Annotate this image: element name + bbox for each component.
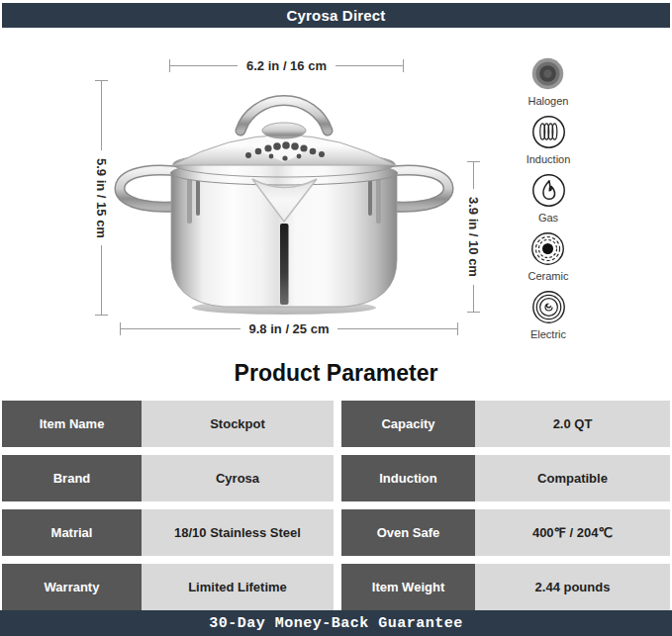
dimension-line — [101, 81, 102, 150]
dimension-line — [473, 285, 474, 312]
brand-banner: Cyrosa Direct — [2, 3, 670, 28]
param-value: Stockpot — [142, 401, 334, 447]
dimension-total-width: 9.8 in / 25 cm — [120, 318, 458, 340]
column-gap — [334, 401, 341, 447]
param-value: 2.0 QT — [475, 401, 670, 447]
param-label: Item Name — [2, 401, 142, 447]
param-label: Induction — [341, 455, 475, 501]
param-value: 400℉ / 204℃ — [475, 509, 670, 556]
dimension-label-bottom: 9.8 in / 25 cm — [240, 321, 338, 336]
param-label: Item Weight — [341, 564, 475, 610]
dimension-pot-depth: 3.9 in / 10 cm — [460, 161, 486, 313]
dimension-tick — [95, 315, 108, 316]
param-label: Oven Safe — [341, 509, 475, 556]
param-label: Brand — [2, 455, 142, 501]
electric-icon — [530, 289, 567, 325]
stove-item-gas: Gas — [530, 172, 567, 224]
dimension-line — [170, 65, 238, 66]
param-value: 2.44 pounds — [475, 564, 670, 610]
brand-title: Cyrosa Direct — [286, 7, 385, 24]
guarantee-text: 30-Day Money-Back Guarantee — [209, 615, 463, 632]
ceramic-icon — [529, 230, 566, 267]
dimension-total-height: 5.9 in / 15 cm — [88, 80, 114, 316]
stove-label: Induction — [527, 153, 571, 165]
param-value: Limited Lifetime — [142, 564, 334, 610]
product-parameter-table: Item Name Stockpot Capacity 2.0 QT Brand… — [2, 401, 670, 610]
stockpot-drawing — [107, 73, 473, 318]
dimension-label-left: 5.9 in / 15 cm — [94, 150, 109, 246]
dimension-tick — [457, 322, 458, 335]
param-label: Warranty — [2, 564, 142, 610]
stove-item-halogen: Halogen — [528, 55, 569, 107]
dimension-label-top: 6.2 in / 16 cm — [238, 58, 336, 73]
stove-compatibility-list: Halogen Induction Gas — [506, 55, 591, 340]
gas-icon — [530, 172, 567, 209]
column-gap — [334, 509, 341, 556]
dimension-tick — [403, 59, 404, 72]
param-label: Capacity — [341, 401, 475, 447]
stove-label: Electric — [530, 328, 566, 340]
stove-item-induction: Induction — [527, 114, 571, 165]
dimension-line — [336, 65, 403, 66]
stove-label: Ceramic — [528, 270, 569, 282]
halogen-icon — [529, 55, 566, 92]
dimension-tick — [467, 312, 480, 313]
stove-item-ceramic: Ceramic — [528, 230, 569, 282]
induction-icon — [530, 114, 567, 150]
column-gap — [334, 564, 341, 610]
stockpot-illustration — [107, 73, 473, 318]
product-infographic: Cyrosa Direct — [0, 0, 672, 636]
dimension-lid-diameter: 6.2 in / 16 cm — [169, 53, 404, 77]
column-gap — [334, 455, 341, 501]
guarantee-banner: 30-Day Money-Back Guarantee — [0, 610, 672, 636]
dimension-label-right: 3.9 in / 10 cm — [466, 189, 481, 285]
param-label: Matrial — [2, 509, 142, 556]
dimension-line — [337, 328, 457, 329]
stove-label: Gas — [538, 212, 558, 224]
param-value: 18/10 Stainless Steel — [142, 509, 334, 556]
dimension-line — [473, 162, 474, 189]
stove-item-electric: Electric — [530, 289, 567, 340]
dimension-line — [121, 328, 240, 329]
stove-label: Halogen — [528, 95, 569, 107]
param-value: Cyrosa — [142, 455, 334, 501]
param-value: Compatible — [475, 455, 670, 501]
dimension-line — [101, 245, 102, 315]
section-title: Product Parameter — [0, 360, 672, 387]
